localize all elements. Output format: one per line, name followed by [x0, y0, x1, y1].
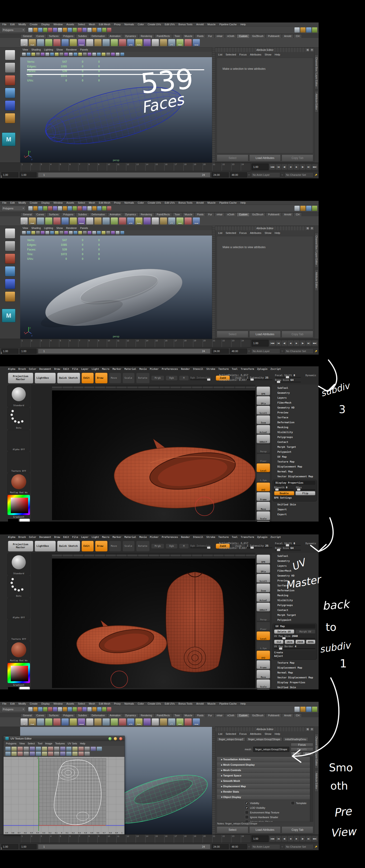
palette-section[interactable]: Contact — [271, 608, 318, 613]
ae-menu-item[interactable]: Selected — [226, 53, 236, 56]
palette-section[interactable]: UV Map — [271, 454, 318, 459]
uv-menu-item[interactable]: Image — [45, 742, 53, 745]
float-panel-icon[interactable]: ⧉ — [306, 727, 309, 731]
vp-icon-shadows[interactable] — [92, 231, 96, 234]
shelf-tab[interactable]: Deformation — [89, 213, 107, 216]
menu-item[interactable]: Create UVs — [148, 23, 161, 26]
uv-tool-rotate-ccw[interactable] — [36, 747, 41, 751]
shelf-icon-ute[interactable]: UTE — [127, 39, 134, 46]
vp-icon-shadows[interactable] — [92, 53, 96, 56]
ae-section-header[interactable]: ▸ Tangent Space — [217, 773, 313, 778]
vp-icon-field-chart[interactable] — [59, 231, 63, 234]
shelf-tab[interactable]: Custom — [236, 34, 250, 38]
shelf-tab[interactable]: PulldownIt — [266, 213, 282, 216]
float-panel-icon[interactable]: ⧉ — [306, 226, 309, 230]
uv-tool-smudge-uv[interactable] — [11, 752, 17, 756]
strip-frame[interactable]: Frame — [256, 660, 270, 669]
playback-end-field[interactable]: 24.00 — [212, 844, 229, 849]
strip-l-sym[interactable]: L.Sym — [256, 473, 270, 482]
zbrush-menu-item[interactable]: Picker — [150, 368, 159, 370]
strip-zoom[interactable]: Zoom — [256, 583, 270, 592]
playback-step-forward-key[interactable]: ▶| — [306, 340, 312, 346]
timeline-tick-19[interactable]: 19 — [193, 835, 203, 843]
shelf-icon-joint[interactable] — [152, 217, 159, 224]
timeline-tick-14[interactable]: 14 — [145, 163, 155, 171]
ae-button[interactable]: Select — [217, 331, 248, 338]
ae-checkbox-row[interactable]: ✔LOD Visibility — [245, 806, 313, 809]
shelf-icon-bake-b[interactable] — [111, 39, 118, 46]
shelf-tab[interactable]: Polygons — [61, 213, 76, 216]
zbrush-menu-item[interactable]: Edit — [63, 536, 69, 538]
vp-icon-smooth-shade[interactable] — [78, 231, 82, 234]
timeline-tick-9[interactable]: 9 — [97, 835, 107, 843]
menu-item[interactable]: Mesh — [89, 23, 95, 26]
shelf-tab[interactable]: Muscle — [182, 213, 195, 216]
icon-node-editor[interactable] — [107, 206, 111, 211]
shelf-tab[interactable]: GoZBrush — [250, 713, 266, 717]
palette-section[interactable]: Surface — [271, 415, 318, 420]
shelf-icon-wing[interactable] — [37, 217, 44, 224]
icon-render-view[interactable] — [82, 28, 87, 32]
zbrush-menu-item[interactable]: Light — [92, 368, 99, 370]
icon-open-scene[interactable] — [33, 206, 37, 211]
main-color-swatch[interactable] — [8, 519, 19, 522]
icon-tool-settings-toggle[interactable] — [306, 707, 311, 712]
shelf-icon-bake-b[interactable] — [111, 217, 118, 224]
shelf-tab[interactable]: Polygons — [61, 34, 76, 38]
shelf-tab[interactable]: Toon — [172, 213, 182, 216]
icon-snap-grid[interactable] — [53, 28, 57, 32]
lightbox-button[interactable]: LightBox — [35, 373, 56, 383]
panel-menu-item[interactable]: Shading — [31, 48, 41, 51]
side-tab[interactable]: Attribute Editor — [315, 770, 318, 792]
uv-texture-editor-window[interactable]: UV Texture Editor PolygonsViewSelectTool… — [3, 736, 124, 835]
icon-show-manipulators[interactable] — [294, 206, 300, 211]
edit-button[interactable]: Edit — [82, 541, 94, 552]
ae-menu-item[interactable]: List — [218, 53, 222, 56]
key-icon[interactable]: 🔑 — [315, 350, 317, 352]
playback-step-forward-frame[interactable]: |▶ — [300, 340, 306, 346]
vp-icon-select-camera[interactable] — [22, 231, 26, 234]
ae-button[interactable]: Copy Tab — [282, 331, 313, 338]
scale-button[interactable]: Scale — [122, 373, 135, 383]
timeline-tick-2[interactable]: 2 — [30, 163, 40, 171]
shelf-icon-uv-align[interactable] — [45, 718, 52, 725]
ae-menu-item[interactable]: Show — [265, 733, 272, 735]
uv-tool-grab-uv[interactable] — [18, 747, 23, 751]
shelf-tab[interactable]: Fur — [206, 213, 214, 216]
strip-move[interactable]: Move — [256, 502, 270, 510]
attribute-editor-header[interactable]: Attribute Editor ⧉✕ — [215, 48, 315, 52]
ae-menu-item[interactable]: Selected — [226, 231, 236, 234]
ae-menu-item[interactable]: List — [218, 733, 222, 735]
ae-menu-item[interactable]: Focus — [240, 733, 247, 735]
timeline-tick-10[interactable]: 10 — [107, 163, 116, 171]
ae-node-tab[interactable]: initialShadingGrou — [283, 737, 308, 741]
focus-button[interactable]: Focus — [291, 743, 313, 747]
timeline-tick-9[interactable]: 9 — [97, 339, 107, 347]
timeline-tick-9[interactable]: 9 — [97, 163, 107, 171]
ae-node-tab[interactable]: finger_retopo:Group2Shape — [246, 737, 282, 741]
shelf-icon-sets[interactable]: Sets — [135, 217, 142, 224]
icon-redo[interactable] — [48, 707, 52, 711]
uv-adjust-section[interactable]: Adjust — [274, 654, 315, 657]
shelf-icon-outliner[interactable]: Outl — [29, 718, 36, 725]
palette-section[interactable]: SubTool — [271, 554, 318, 559]
tool-lasso-tool[interactable] — [5, 62, 15, 73]
palette-section[interactable]: Unified Skin — [271, 502, 318, 507]
timeline-tick-23[interactable]: 23 — [231, 835, 241, 843]
vp-icon-bookmark[interactable] — [31, 231, 35, 234]
shelf-icon-bake-a[interactable] — [103, 718, 110, 725]
delete-uv-button[interactable]: Delete UV — [274, 629, 294, 634]
vp-icon-resolution-gate[interactable] — [50, 231, 54, 234]
vp-icon-connections[interactable] — [120, 53, 124, 56]
shelf-icon-cp[interactable]: CP — [21, 718, 28, 725]
shelf-icon-angle-30[interactable] — [119, 39, 126, 46]
timeline-tick-4[interactable]: 4 — [50, 339, 59, 347]
icon-make-live[interactable] — [73, 28, 77, 32]
playback-step-forward-key[interactable]: ▶| — [306, 164, 312, 170]
close-icon[interactable]: ✕ — [310, 226, 314, 230]
strip-aahalf[interactable]: AAHalf — [256, 602, 270, 612]
playback-go-to-start[interactable]: |◀◀ — [270, 836, 275, 841]
vp-icon-select-camera[interactable] — [22, 53, 26, 56]
timeline-tick-20[interactable]: 20 — [203, 163, 212, 171]
zbrush-menu-item[interactable]: Picker — [150, 536, 159, 538]
